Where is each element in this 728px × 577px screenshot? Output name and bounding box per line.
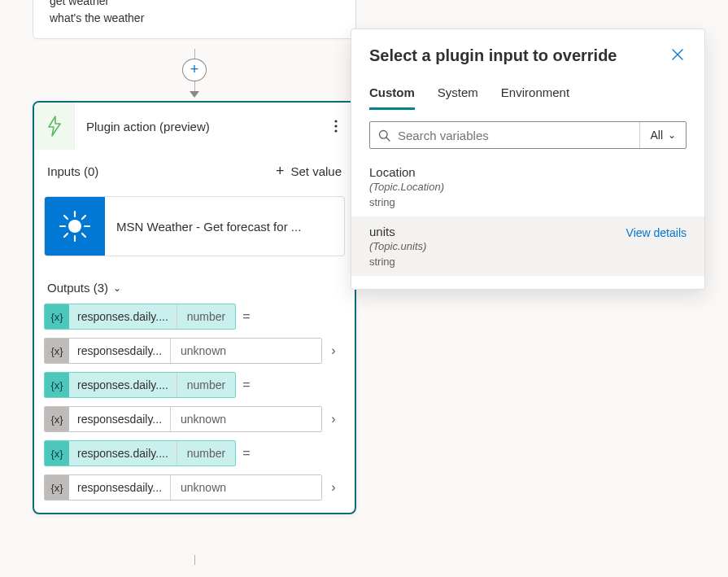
variable-item[interactable]: units(Topic.units)stringView details xyxy=(351,216,704,276)
variable-name: responses.daily.... xyxy=(69,310,177,323)
inputs-row: Inputs (0) + Set value xyxy=(34,150,355,188)
variable-icon: {x} xyxy=(45,339,69,363)
connector-label: MSN Weather - Get forecast for ... xyxy=(105,220,344,234)
variable-name: responsesdaily... xyxy=(69,481,170,494)
svg-point-2 xyxy=(334,129,337,132)
variable-icon: {x} xyxy=(45,304,69,329)
panel-header: Select a plugin input to override xyxy=(351,29,704,74)
plugin-header: Plugin action (preview) xyxy=(34,103,355,150)
connector-add-wrap: + xyxy=(181,49,208,98)
connector-row[interactable]: MSN Weather - Get forecast for ... xyxy=(44,196,345,256)
variable-name: responsesdaily... xyxy=(69,413,170,426)
trigger-phrase-2: what's the weather xyxy=(50,10,339,27)
chevron-right-icon[interactable]: › xyxy=(322,343,345,358)
trigger-card[interactable]: get weather what's the weather xyxy=(33,0,356,39)
output-row[interactable]: {x}responsesdaily...unknown› xyxy=(44,405,345,433)
plus-icon: + xyxy=(190,61,199,78)
variable-type: number xyxy=(177,304,235,329)
chevron-down-icon: ⌄ xyxy=(668,129,676,141)
svg-point-1 xyxy=(334,125,337,127)
variable-chip[interactable]: {x}responsesdaily...unknown xyxy=(44,474,322,501)
svg-point-0 xyxy=(334,120,337,122)
variable-icon: {x} xyxy=(45,475,69,500)
variable-type: unknown xyxy=(170,407,236,431)
more-options-button[interactable] xyxy=(324,114,348,138)
chevron-right-icon[interactable]: › xyxy=(322,412,345,426)
arrow-down-icon xyxy=(190,91,199,98)
tab-system[interactable]: System xyxy=(438,79,478,110)
variable-item-name: Location xyxy=(369,165,687,179)
variable-chip[interactable]: {x}responses.daily....number xyxy=(44,440,236,466)
plugin-icon-wrap xyxy=(34,103,75,150)
view-details-link[interactable]: View details xyxy=(626,226,687,239)
tab-custom[interactable]: Custom xyxy=(369,79,415,110)
panel-title: Select a plugin input to override xyxy=(369,46,617,65)
chevron-right-icon[interactable]: › xyxy=(322,480,345,495)
tab-environment[interactable]: Environment xyxy=(501,79,569,110)
equals-sign: = xyxy=(236,378,256,392)
variable-chip[interactable]: {x}responsesdaily...unknown xyxy=(44,338,322,364)
variable-type: unknown xyxy=(170,475,236,500)
outputs-list: {x}responses.daily....number={x}response… xyxy=(34,303,355,513)
variable-chip[interactable]: {x}responses.daily....number xyxy=(44,304,236,330)
svg-line-10 xyxy=(82,216,85,219)
variable-item-path: (Topic.units) xyxy=(369,240,687,252)
set-value-button[interactable]: + Set value xyxy=(276,163,342,180)
svg-line-9 xyxy=(82,234,85,237)
svg-point-3 xyxy=(68,220,81,233)
variable-item[interactable]: Location(Topic.Location)string xyxy=(351,157,704,216)
filter-dropdown[interactable]: All ⌄ xyxy=(639,122,686,148)
plugin-title: Plugin action (preview) xyxy=(75,120,324,133)
svg-line-11 xyxy=(64,234,68,237)
plus-icon: + xyxy=(276,163,285,180)
variable-chip[interactable]: {x}responsesdaily...unknown xyxy=(44,406,322,432)
variable-item-path: (Topic.Location) xyxy=(369,181,687,193)
output-row[interactable]: {x}responsesdaily...unknown› xyxy=(44,337,345,365)
filter-label: All xyxy=(650,129,663,142)
svg-line-8 xyxy=(64,216,68,219)
output-row[interactable]: {x}responses.daily....number= xyxy=(44,371,345,399)
equals-sign: = xyxy=(236,309,256,324)
output-row[interactable]: {x}responses.daily....number= xyxy=(44,303,345,330)
search-icon xyxy=(370,129,398,142)
close-icon xyxy=(672,49,683,60)
sun-icon xyxy=(57,208,93,244)
connector-line xyxy=(194,555,195,565)
variable-name: responses.daily.... xyxy=(69,378,177,391)
override-panel: Select a plugin input to override Custom… xyxy=(351,28,705,290)
panel-tabs: CustomSystemEnvironment xyxy=(351,74,704,110)
kebab-icon xyxy=(334,120,338,133)
equals-sign: = xyxy=(236,446,256,461)
variable-type: number xyxy=(177,373,235,397)
inputs-label: Inputs (0) xyxy=(47,164,98,178)
outputs-label: Outputs (3) xyxy=(47,281,108,295)
variable-name: responses.daily.... xyxy=(69,447,177,460)
plugin-action-card[interactable]: Plugin action (preview) Inputs (0) + Set… xyxy=(33,101,356,514)
msn-weather-icon xyxy=(45,196,105,256)
search-row: All ⌄ xyxy=(369,121,687,149)
trigger-phrase-1: get weather xyxy=(50,0,339,10)
svg-line-13 xyxy=(386,138,390,141)
variable-icon: {x} xyxy=(45,407,69,431)
search-input[interactable] xyxy=(398,129,639,142)
set-value-label: Set value xyxy=(290,164,342,178)
add-node-button[interactable]: + xyxy=(182,59,207,82)
output-row[interactable]: {x}responsesdaily...unknown› xyxy=(44,474,345,501)
chevron-down-icon: ⌄ xyxy=(113,282,121,294)
close-button[interactable] xyxy=(669,44,687,68)
variable-list: Location(Topic.Location)stringunits(Topi… xyxy=(351,157,704,289)
variable-item-type: string xyxy=(369,256,687,268)
connector-line xyxy=(194,81,195,91)
variable-chip[interactable]: {x}responses.daily....number xyxy=(44,372,236,398)
variable-icon: {x} xyxy=(45,441,69,466)
lightning-icon xyxy=(46,116,63,137)
variable-icon: {x} xyxy=(45,373,69,397)
outputs-toggle[interactable]: Outputs (3) ⌄ xyxy=(34,271,355,303)
output-row[interactable]: {x}responses.daily....number= xyxy=(44,439,345,467)
connector-line xyxy=(194,49,195,59)
variable-type: unknown xyxy=(170,339,236,363)
variable-type: number xyxy=(177,441,235,466)
connector-bottom xyxy=(181,555,208,565)
variable-name: responsesdaily... xyxy=(69,344,170,357)
variable-item-type: string xyxy=(369,196,687,208)
